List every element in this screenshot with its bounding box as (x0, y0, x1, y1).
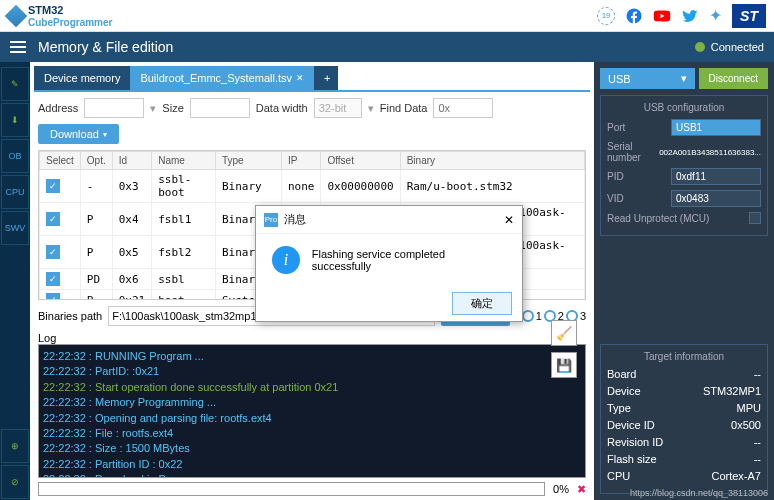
target-info-title: Target information (607, 351, 761, 362)
nav-download[interactable]: ⬇ (1, 103, 29, 137)
width-dropdown-icon[interactable]: ▾ (368, 102, 374, 115)
toolbar: Address ▾ Size Data width ▾ Find Data Do… (30, 92, 594, 150)
col-offset: Offset (321, 152, 400, 170)
log-body[interactable]: 22:22:32 : RUNNING Program ... 22:22:32 … (39, 345, 585, 477)
st-logo: ST (732, 4, 766, 28)
radio-1[interactable] (522, 310, 534, 322)
side-nav: ✎ ⬇ OB CPU SWV ⊕ ⊘ (0, 62, 30, 500)
message-dialog: Pro 消息 ✕ i Flashing service completed su… (255, 205, 523, 322)
nav-help[interactable]: ⊘ (1, 465, 29, 499)
tab-add[interactable]: + (314, 66, 338, 90)
close-icon[interactable]: ✕ (296, 73, 304, 83)
facebook-icon[interactable] (625, 7, 643, 25)
close-icon[interactable]: ✕ (504, 213, 514, 227)
app-icon: Pro (264, 213, 278, 227)
usb-config-panel: USB configuration Port Serial number002A… (600, 95, 768, 236)
log-line: 22:22:32 : PartID: :0x21 (43, 364, 581, 379)
nav-target[interactable]: ⊕ (1, 429, 29, 463)
dialog-titlebar: Pro 消息 ✕ (256, 206, 522, 234)
tabs: Device memory Buildroot_Emmc_Systemall.t… (34, 66, 590, 92)
checkbox-icon[interactable]: ✓ (46, 212, 60, 226)
progress-bar (38, 482, 545, 496)
app-header: STM32 CubeProgrammer 19 ✦ ST (0, 0, 774, 32)
logo-line1: STM32 (28, 4, 63, 16)
info-icon: i (272, 246, 300, 274)
log-save-icon[interactable]: 🧹 (551, 320, 577, 346)
app-logo: STM32 CubeProgrammer (8, 4, 112, 28)
twitter-icon[interactable] (681, 7, 699, 25)
dialog-title: 消息 (284, 212, 306, 227)
port-label: Port (607, 122, 625, 133)
disconnect-button[interactable]: Disconnect (699, 68, 768, 89)
usb-config-title: USB configuration (607, 102, 761, 113)
log-label: Log (38, 332, 56, 344)
chevron-down-icon: ▾ (681, 72, 687, 85)
menu-icon[interactable] (4, 35, 32, 59)
section-header: Memory & File edition Connected (0, 32, 774, 62)
dialog-message: Flashing service completed successfully (312, 248, 506, 272)
address-dropdown-icon[interactable]: ▾ (150, 102, 156, 115)
log-line: 22:22:32 : RUNNING Program ... (43, 349, 581, 364)
sn-label: Serial number (607, 141, 659, 163)
nav-cpu[interactable]: CPU (1, 175, 29, 209)
find-label: Find Data (380, 102, 428, 114)
log-disk-icon[interactable]: 💾 (551, 352, 577, 378)
col-id: Id (112, 152, 152, 170)
youtube-icon[interactable] (653, 7, 671, 25)
col-opt: Opt. (80, 152, 112, 170)
tab-device-memory[interactable]: Device memory (34, 66, 130, 90)
size-input[interactable] (190, 98, 250, 118)
connection-status: Connected (695, 41, 764, 53)
table-row[interactable]: ✓-0x3ssbl-bootBinarynone0x00000000Ram/u-… (40, 170, 585, 203)
checkbox-icon[interactable]: ✓ (46, 245, 60, 259)
col-name: Name (152, 152, 216, 170)
col-type: Type (215, 152, 281, 170)
checkbox-icon[interactable]: ✓ (46, 293, 60, 300)
progress-row: 0% ✖ (30, 478, 594, 500)
read-unprotect-checkbox[interactable] (749, 212, 761, 224)
address-input[interactable] (84, 98, 144, 118)
nav-edit[interactable]: ✎ (1, 67, 29, 101)
usb-dropdown[interactable]: USB▾ (600, 68, 695, 89)
checkbox-icon[interactable]: ✓ (46, 179, 60, 193)
log-line: 22:22:32 : Memory Programming ... (43, 395, 581, 410)
pid-input[interactable] (671, 168, 761, 185)
watermark: https://blog.csdn.net/qq_38113006 (630, 488, 768, 498)
vid-input[interactable] (671, 190, 761, 207)
right-panel: USB▾ Disconnect USB configuration Port S… (594, 62, 774, 500)
port-select[interactable] (671, 119, 761, 136)
status-dot-icon (695, 42, 705, 52)
log-line: 22:22:32 : Opening and parsing file: roo… (43, 411, 581, 426)
badge-icon: 19 (597, 7, 615, 25)
checkbox-icon[interactable]: ✓ (46, 272, 60, 286)
nav-ob[interactable]: OB (1, 139, 29, 173)
log-panel: 22:22:32 : RUNNING Program ... 22:22:32 … (38, 344, 586, 478)
col-select: Select (40, 152, 81, 170)
cube-icon (5, 4, 28, 27)
pid-label: PID (607, 171, 624, 182)
find-input[interactable] (433, 98, 493, 118)
log-line: 22:22:32 : Size : 1500 MBytes (43, 441, 581, 456)
cancel-icon[interactable]: ✖ (577, 483, 586, 496)
size-label: Size (162, 102, 183, 114)
log-line: 22:22:32 : Start operation done successf… (43, 380, 581, 395)
address-label: Address (38, 102, 78, 114)
ok-button[interactable]: 确定 (452, 292, 512, 315)
share-icon[interactable]: ✦ (709, 6, 722, 25)
log-line: 22:22:32 : Partition ID : 0x22 (43, 457, 581, 472)
read-unprotect-label: Read Unprotect (MCU) (607, 213, 709, 224)
log-line: 22:22:32 : Download in Progress: (43, 472, 581, 477)
binaries-path-label: Binaries path (38, 310, 102, 322)
width-label: Data width (256, 102, 308, 114)
width-select[interactable] (314, 98, 362, 118)
progress-pct: 0% (553, 483, 569, 495)
target-info-panel: Target information Board-- DeviceSTM32MP… (600, 344, 768, 494)
section-title: Memory & File edition (38, 39, 173, 55)
sn-value: 002A001B3438511636383... (659, 148, 761, 157)
nav-swv[interactable]: SWV (1, 211, 29, 245)
download-button[interactable]: Download (38, 124, 119, 144)
logo-line2: CubeProgrammer (28, 17, 112, 28)
log-line: 22:22:32 : File : rootfs.ext4 (43, 426, 581, 441)
col-ip: IP (281, 152, 321, 170)
tab-buildroot-file[interactable]: Buildroot_Emmc_Systemall.tsv✕ (130, 66, 314, 90)
